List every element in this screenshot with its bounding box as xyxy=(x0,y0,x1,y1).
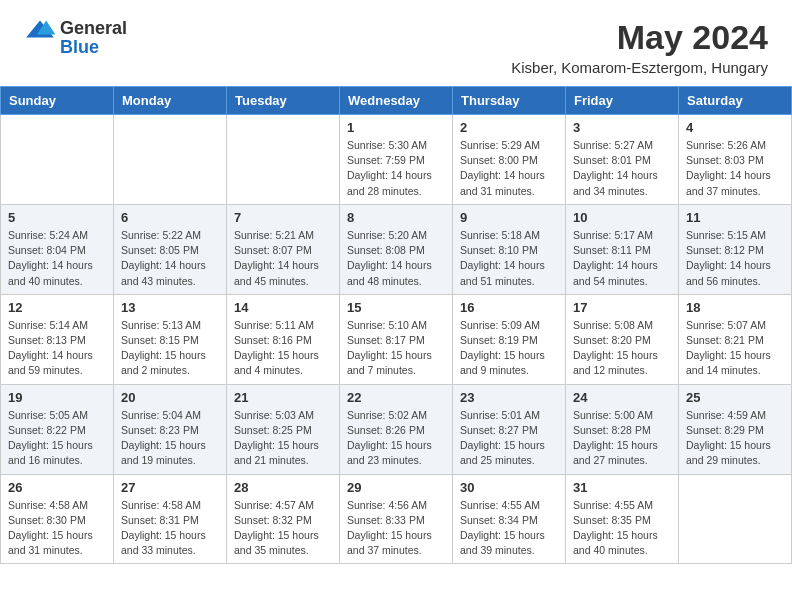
col-friday: Friday xyxy=(566,87,679,115)
calendar-table: Sunday Monday Tuesday Wednesday Thursday… xyxy=(0,86,792,564)
table-row: 9 Sunrise: 5:18 AMSunset: 8:10 PMDayligh… xyxy=(453,204,566,294)
table-row: 11 Sunrise: 5:15 AMSunset: 8:12 PMDaylig… xyxy=(679,204,792,294)
page-header: General Blue May 2024 Kisber, Komarom-Es… xyxy=(0,0,792,86)
title-block: May 2024 Kisber, Komarom-Esztergom, Hung… xyxy=(511,18,768,76)
day-info: Sunrise: 5:26 AMSunset: 8:03 PMDaylight:… xyxy=(686,138,784,199)
table-row: 25 Sunrise: 4:59 AMSunset: 8:29 PMDaylig… xyxy=(679,384,792,474)
calendar-week-row: 1 Sunrise: 5:30 AMSunset: 7:59 PMDayligh… xyxy=(1,115,792,205)
day-info: Sunrise: 5:02 AMSunset: 8:26 PMDaylight:… xyxy=(347,408,445,469)
day-info: Sunrise: 5:11 AMSunset: 8:16 PMDaylight:… xyxy=(234,318,332,379)
table-row: 22 Sunrise: 5:02 AMSunset: 8:26 PMDaylig… xyxy=(340,384,453,474)
col-tuesday: Tuesday xyxy=(227,87,340,115)
day-number: 6 xyxy=(121,210,219,225)
table-row: 18 Sunrise: 5:07 AMSunset: 8:21 PMDaylig… xyxy=(679,294,792,384)
table-row: 4 Sunrise: 5:26 AMSunset: 8:03 PMDayligh… xyxy=(679,115,792,205)
day-info: Sunrise: 5:13 AMSunset: 8:15 PMDaylight:… xyxy=(121,318,219,379)
day-info: Sunrise: 4:56 AMSunset: 8:33 PMDaylight:… xyxy=(347,498,445,559)
day-number: 13 xyxy=(121,300,219,315)
day-info: Sunrise: 5:21 AMSunset: 8:07 PMDaylight:… xyxy=(234,228,332,289)
month-year-title: May 2024 xyxy=(511,18,768,57)
table-row: 5 Sunrise: 5:24 AMSunset: 8:04 PMDayligh… xyxy=(1,204,114,294)
table-row xyxy=(227,115,340,205)
day-info: Sunrise: 4:57 AMSunset: 8:32 PMDaylight:… xyxy=(234,498,332,559)
day-number: 8 xyxy=(347,210,445,225)
day-number: 30 xyxy=(460,480,558,495)
table-row xyxy=(114,115,227,205)
table-row: 31 Sunrise: 4:55 AMSunset: 8:35 PMDaylig… xyxy=(566,474,679,564)
day-info: Sunrise: 5:04 AMSunset: 8:23 PMDaylight:… xyxy=(121,408,219,469)
table-row: 8 Sunrise: 5:20 AMSunset: 8:08 PMDayligh… xyxy=(340,204,453,294)
day-info: Sunrise: 5:17 AMSunset: 8:11 PMDaylight:… xyxy=(573,228,671,289)
day-number: 15 xyxy=(347,300,445,315)
day-info: Sunrise: 5:09 AMSunset: 8:19 PMDaylight:… xyxy=(460,318,558,379)
table-row xyxy=(1,115,114,205)
day-info: Sunrise: 4:59 AMSunset: 8:29 PMDaylight:… xyxy=(686,408,784,469)
table-row: 24 Sunrise: 5:00 AMSunset: 8:28 PMDaylig… xyxy=(566,384,679,474)
day-info: Sunrise: 5:18 AMSunset: 8:10 PMDaylight:… xyxy=(460,228,558,289)
table-row: 15 Sunrise: 5:10 AMSunset: 8:17 PMDaylig… xyxy=(340,294,453,384)
day-number: 31 xyxy=(573,480,671,495)
day-info: Sunrise: 5:01 AMSunset: 8:27 PMDaylight:… xyxy=(460,408,558,469)
day-number: 28 xyxy=(234,480,332,495)
col-monday: Monday xyxy=(114,87,227,115)
calendar-week-row: 12 Sunrise: 5:14 AMSunset: 8:13 PMDaylig… xyxy=(1,294,792,384)
logo: General Blue xyxy=(24,18,127,58)
table-row: 13 Sunrise: 5:13 AMSunset: 8:15 PMDaylig… xyxy=(114,294,227,384)
day-number: 25 xyxy=(686,390,784,405)
table-row: 21 Sunrise: 5:03 AMSunset: 8:25 PMDaylig… xyxy=(227,384,340,474)
table-row: 20 Sunrise: 5:04 AMSunset: 8:23 PMDaylig… xyxy=(114,384,227,474)
day-info: Sunrise: 5:07 AMSunset: 8:21 PMDaylight:… xyxy=(686,318,784,379)
table-row: 27 Sunrise: 4:58 AMSunset: 8:31 PMDaylig… xyxy=(114,474,227,564)
day-number: 14 xyxy=(234,300,332,315)
day-number: 27 xyxy=(121,480,219,495)
calendar-week-row: 19 Sunrise: 5:05 AMSunset: 8:22 PMDaylig… xyxy=(1,384,792,474)
day-info: Sunrise: 5:27 AMSunset: 8:01 PMDaylight:… xyxy=(573,138,671,199)
table-row: 14 Sunrise: 5:11 AMSunset: 8:16 PMDaylig… xyxy=(227,294,340,384)
day-number: 21 xyxy=(234,390,332,405)
day-number: 1 xyxy=(347,120,445,135)
logo-icon xyxy=(24,19,56,39)
day-info: Sunrise: 5:08 AMSunset: 8:20 PMDaylight:… xyxy=(573,318,671,379)
table-row: 30 Sunrise: 4:55 AMSunset: 8:34 PMDaylig… xyxy=(453,474,566,564)
day-number: 29 xyxy=(347,480,445,495)
day-number: 26 xyxy=(8,480,106,495)
location-subtitle: Kisber, Komarom-Esztergom, Hungary xyxy=(511,59,768,76)
day-number: 16 xyxy=(460,300,558,315)
day-info: Sunrise: 5:15 AMSunset: 8:12 PMDaylight:… xyxy=(686,228,784,289)
day-info: Sunrise: 4:55 AMSunset: 8:34 PMDaylight:… xyxy=(460,498,558,559)
day-info: Sunrise: 4:58 AMSunset: 8:31 PMDaylight:… xyxy=(121,498,219,559)
day-info: Sunrise: 5:24 AMSunset: 8:04 PMDaylight:… xyxy=(8,228,106,289)
logo-blue: Blue xyxy=(60,37,99,58)
table-row: 28 Sunrise: 4:57 AMSunset: 8:32 PMDaylig… xyxy=(227,474,340,564)
day-info: Sunrise: 4:55 AMSunset: 8:35 PMDaylight:… xyxy=(573,498,671,559)
day-info: Sunrise: 5:03 AMSunset: 8:25 PMDaylight:… xyxy=(234,408,332,469)
table-row: 7 Sunrise: 5:21 AMSunset: 8:07 PMDayligh… xyxy=(227,204,340,294)
col-wednesday: Wednesday xyxy=(340,87,453,115)
day-number: 7 xyxy=(234,210,332,225)
day-number: 4 xyxy=(686,120,784,135)
day-info: Sunrise: 5:10 AMSunset: 8:17 PMDaylight:… xyxy=(347,318,445,379)
day-number: 17 xyxy=(573,300,671,315)
logo-general: General xyxy=(60,18,127,39)
calendar-week-row: 26 Sunrise: 4:58 AMSunset: 8:30 PMDaylig… xyxy=(1,474,792,564)
day-number: 9 xyxy=(460,210,558,225)
day-info: Sunrise: 5:29 AMSunset: 8:00 PMDaylight:… xyxy=(460,138,558,199)
day-number: 5 xyxy=(8,210,106,225)
day-info: Sunrise: 5:14 AMSunset: 8:13 PMDaylight:… xyxy=(8,318,106,379)
table-row: 3 Sunrise: 5:27 AMSunset: 8:01 PMDayligh… xyxy=(566,115,679,205)
day-number: 19 xyxy=(8,390,106,405)
day-number: 2 xyxy=(460,120,558,135)
col-saturday: Saturday xyxy=(679,87,792,115)
table-row: 23 Sunrise: 5:01 AMSunset: 8:27 PMDaylig… xyxy=(453,384,566,474)
table-row: 2 Sunrise: 5:29 AMSunset: 8:00 PMDayligh… xyxy=(453,115,566,205)
day-number: 20 xyxy=(121,390,219,405)
day-info: Sunrise: 5:05 AMSunset: 8:22 PMDaylight:… xyxy=(8,408,106,469)
table-row: 17 Sunrise: 5:08 AMSunset: 8:20 PMDaylig… xyxy=(566,294,679,384)
day-number: 22 xyxy=(347,390,445,405)
table-row: 1 Sunrise: 5:30 AMSunset: 7:59 PMDayligh… xyxy=(340,115,453,205)
day-number: 12 xyxy=(8,300,106,315)
day-number: 11 xyxy=(686,210,784,225)
day-info: Sunrise: 4:58 AMSunset: 8:30 PMDaylight:… xyxy=(8,498,106,559)
day-info: Sunrise: 5:20 AMSunset: 8:08 PMDaylight:… xyxy=(347,228,445,289)
day-number: 18 xyxy=(686,300,784,315)
